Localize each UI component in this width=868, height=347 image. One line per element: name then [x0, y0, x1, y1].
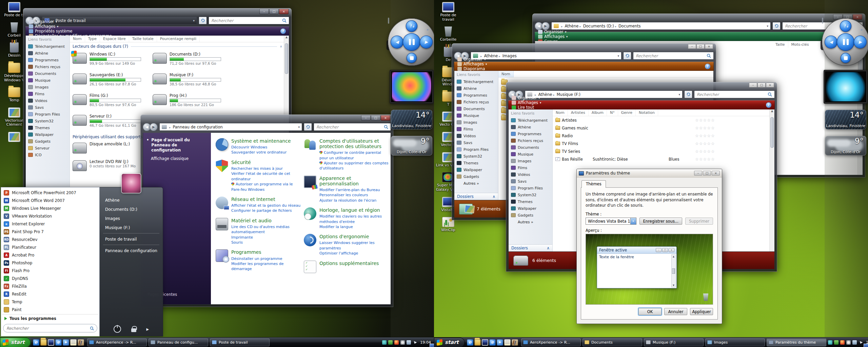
sidebar-item[interactable]: Téléchargement — [457, 78, 498, 85]
column-header[interactable]: Type — [85, 36, 100, 42]
start-menu-app[interactable]: W Microsoft Office Word 2007 — [2, 197, 98, 204]
sidebar-item[interactable]: Fichiers reçus — [457, 99, 498, 105]
close-icon[interactable]: × — [712, 171, 720, 176]
toolbar-button[interactable]: Organiser ▾ — [29, 19, 114, 24]
sidebar-item[interactable]: Gadgets — [511, 212, 552, 219]
photo-gadget[interactable] — [824, 70, 868, 104]
category-link[interactable]: Ajuster la résolution de l'écran — [319, 198, 389, 203]
address-bar[interactable]: AthèneDocuments (D:)Documents ▾ — [551, 22, 771, 30]
column-header[interactable]: Espace libre — [100, 36, 129, 42]
category-icon[interactable] — [304, 261, 316, 273]
toolbar-button[interactable]: Diaporama — [457, 66, 487, 71]
category-link[interactable]: Optimiser l'affichage — [319, 251, 389, 256]
cancel-button[interactable]: Annuler — [664, 308, 687, 315]
refresh-icon[interactable] — [623, 52, 631, 60]
column-header[interactable]: N° — [607, 109, 618, 116]
sidebar-item[interactable]: Téléchargement — [28, 43, 70, 50]
toolbar-button[interactable]: Organiser ▾ — [538, 29, 568, 34]
weather-gadget[interactable]: 9° Dijon, Côte-d'Or — [825, 136, 866, 156]
rating-stars[interactable]: ☆☆☆☆☆ — [695, 149, 746, 154]
volume-updown-button[interactable]: ↑↓ — [406, 20, 417, 32]
sidebar-item[interactable]: Athène — [457, 85, 498, 92]
rating-stars[interactable]: ☆☆☆☆☆ — [695, 141, 746, 146]
sidebar-item[interactable]: Program Files — [511, 185, 552, 191]
sidebar-item[interactable]: Programmes — [511, 130, 552, 137]
category-title[interactable]: Sécurité — [231, 160, 301, 165]
chevron-down-icon[interactable]: ▾ — [617, 54, 619, 58]
taskbar-task[interactable]: Paramètres du thème — [767, 339, 826, 346]
category-link[interactable]: Lire des CD ou d'autres médias automatiq… — [231, 224, 301, 235]
breadcrumb[interactable]: Documents — [614, 24, 641, 28]
category-icon[interactable] — [216, 197, 228, 209]
tray-icon[interactable] — [852, 340, 857, 345]
quick-launch-icon[interactable] — [467, 339, 473, 346]
start-menu-place[interactable]: Panneau de configuration — [100, 246, 163, 255]
sidebar-item[interactable]: Téléchargement — [511, 117, 552, 124]
quick-launch-icon[interactable] — [48, 339, 54, 346]
toolbar-button[interactable]: Lire tout — [512, 105, 541, 110]
column-header[interactable]: Genre — [618, 109, 636, 116]
folders-band[interactable]: Dossiers ∧ — [509, 244, 552, 251]
breadcrumb[interactable]: Images — [498, 54, 516, 58]
toolbar-button[interactable]: Organiser ▾ — [512, 96, 541, 100]
category-icon[interactable] — [216, 138, 228, 151]
tray-icon[interactable] — [394, 340, 399, 345]
title-bar[interactable]: – □ × — [535, 15, 863, 21]
quick-launch-icon[interactable] — [40, 339, 47, 346]
session-options-arrow-icon[interactable]: ▶ — [146, 327, 149, 331]
tray-icon[interactable] — [840, 340, 845, 345]
sidebar-item[interactable]: Themes — [511, 198, 552, 205]
sidebar-item[interactable]: System32 — [457, 153, 498, 160]
column-header[interactable]: Taille totale — [129, 36, 157, 42]
pause-button[interactable] — [403, 33, 420, 51]
quick-launch-icon[interactable] — [512, 339, 518, 346]
tab-themes[interactable]: Thèmes — [581, 180, 606, 188]
all-programs-button[interactable]: Tous les programmes — [2, 314, 98, 323]
start-button[interactable]: start — [0, 338, 31, 347]
sidebar-item[interactable]: Fichiers reçus — [511, 137, 552, 144]
category-link[interactable]: Laisser Windows suggérer les paramètres — [319, 240, 389, 251]
collapse-icon[interactable]: ∧ — [280, 45, 282, 48]
category-title[interactable]: Options supplémentaires — [319, 261, 379, 266]
start-menu-app[interactable]: R ResEdit — [2, 290, 98, 298]
search-input[interactable]: Rechercher — [314, 123, 391, 131]
category-link[interactable]: Personnaliser les couleurs — [319, 192, 389, 198]
toolbar-button[interactable]: Propriétés système — [29, 29, 114, 34]
breadcrumb[interactable]: Athène — [560, 24, 578, 28]
avatar[interactable] — [122, 174, 141, 193]
address-bar[interactable]: AthèneMusique (F:) ▾ — [525, 90, 683, 98]
start-menu-app[interactable]: Fl Flash Pro — [2, 267, 98, 274]
sidebar-item[interactable]: Wallpaper — [511, 205, 552, 212]
music-row[interactable]: Bas Résille Sushtironic; Dièse Blues ☆☆☆… — [553, 155, 774, 163]
sidebar-item[interactable]: Gadgets — [28, 138, 70, 145]
sidebar-item[interactable]: Gadgets — [457, 173, 498, 180]
column-header[interactable]: Nom — [498, 71, 514, 77]
start-search-input[interactable]: Rechercher — [3, 324, 97, 332]
start-menu-app[interactable]: Ps Photoshop — [2, 259, 98, 267]
sidebar-item[interactable]: Wallpaper — [28, 131, 70, 138]
search-input[interactable]: Rechercher — [694, 90, 775, 98]
category-icon[interactable] — [216, 160, 228, 172]
column-header[interactable]: Album — [589, 109, 607, 116]
category-link[interactable]: Configurer le partage de fichiers — [231, 208, 300, 213]
toolbar-button[interactable]: Affichages ▾ — [538, 34, 568, 39]
repeat-icon[interactable] — [388, 18, 389, 24]
category-icon[interactable] — [216, 249, 228, 262]
category-link[interactable]: Modifier l'arrière-plan du Bureau — [319, 187, 389, 192]
category-link[interactable]: Afficher l'état et la gestion du réseau — [231, 203, 300, 208]
category-link[interactable]: Autoriser un programme via le Pare-feu W… — [231, 182, 301, 192]
weather-gadget[interactable]: 14° Landivisiau, Finistère — [825, 110, 866, 129]
title-bar[interactable]: – □ × — [25, 9, 289, 16]
next-track-button[interactable]: ▶ — [854, 36, 867, 48]
close-icon[interactable]: × — [766, 83, 774, 87]
sidebar-item[interactable]: Musique — [28, 77, 70, 84]
category-title[interactable]: Horloge, langue et région — [319, 207, 389, 213]
pause-button[interactable] — [837, 33, 854, 51]
sidebar-item[interactable]: Serveur — [28, 145, 70, 151]
help-icon[interactable]: ? — [705, 64, 710, 69]
sidebar-item[interactable]: Program Files — [28, 111, 70, 118]
scrollbar[interactable]: ▲ — [769, 109, 774, 251]
photo-gadget[interactable] — [390, 70, 434, 104]
category-title[interactable]: Matériel et audio — [231, 218, 301, 223]
more-favorites[interactable]: Autres » — [457, 180, 498, 187]
